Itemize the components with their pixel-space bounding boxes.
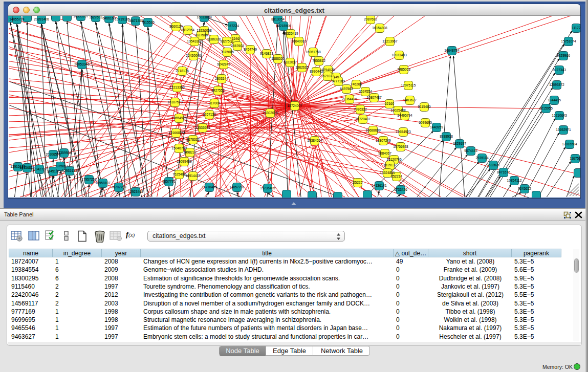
- svg-text:10688609: 10688609: [365, 128, 381, 132]
- svg-text:10756928: 10756928: [393, 145, 408, 148]
- svg-text:12923448: 12923448: [128, 190, 143, 193]
- svg-text:21364436: 21364436: [342, 97, 357, 101]
- svg-text:317006: 317006: [209, 101, 220, 105]
- svg-text:1527602: 1527602: [89, 16, 102, 19]
- svg-text:10958107: 10958107: [95, 181, 111, 185]
- svg-text:16648784: 16648784: [444, 49, 460, 52]
- svg-text:16640910: 16640910: [291, 39, 307, 43]
- svg-text:16914479: 16914479: [185, 174, 201, 178]
- svg-text:6322037: 6322037: [284, 60, 297, 64]
- svg-text:9463627: 9463627: [403, 98, 417, 102]
- svg-text:10854112: 10854112: [507, 179, 522, 182]
- svg-text:1588520: 1588520: [271, 57, 285, 60]
- svg-text:1244415: 1244415: [548, 98, 561, 102]
- svg-text:15720407: 15720407: [355, 117, 371, 121]
- svg-text:1615132: 1615132: [383, 163, 397, 167]
- svg-text:16033809: 16033809: [197, 16, 212, 19]
- svg-text:18724007: 18724007: [287, 104, 302, 107]
- svg-text:8938918: 8938918: [440, 135, 453, 138]
- svg-text:252214: 252214: [391, 174, 402, 178]
- svg-text:7632621: 7632621: [487, 163, 500, 167]
- svg-text:10807487: 10807487: [366, 96, 382, 99]
- svg-text:8471676: 8471676: [497, 170, 510, 174]
- svg-text:10553267: 10553267: [73, 16, 89, 18]
- svg-text:116753: 116753: [570, 157, 580, 160]
- svg-text:16782759: 16782759: [111, 185, 126, 189]
- svg-text:14857791: 14857791: [229, 185, 245, 189]
- svg-text:10973493: 10973493: [391, 53, 407, 57]
- svg-text:19218506: 19218506: [276, 24, 291, 28]
- svg-text:3267130: 3267130: [203, 113, 216, 116]
- svg-text:6466160: 6466160: [102, 16, 116, 20]
- svg-text:10025438: 10025438: [390, 108, 406, 112]
- svg-text:6829197: 6829197: [453, 142, 466, 145]
- svg-text:15692971: 15692971: [556, 128, 571, 132]
- svg-text:1498222: 1498222: [183, 150, 197, 154]
- svg-text:7485063: 7485063: [397, 68, 410, 71]
- svg-text:9242848: 9242848: [217, 62, 230, 66]
- svg-text:17359924: 17359924: [56, 151, 72, 155]
- svg-text:12213369: 12213369: [169, 85, 185, 89]
- svg-text:9146821: 9146821: [260, 52, 273, 55]
- svg-text:8427552: 8427552: [211, 89, 225, 92]
- svg-text:25225: 25225: [353, 181, 363, 184]
- svg-text:17016504: 17016504: [562, 142, 577, 146]
- svg-text:8186328: 8186328: [207, 37, 221, 41]
- svg-text:16107573: 16107573: [167, 100, 183, 104]
- svg-text:16120746: 16120746: [386, 158, 402, 161]
- svg-text:12935135: 12935135: [62, 169, 77, 172]
- svg-text:9327506: 9327506: [194, 33, 208, 37]
- svg-text:16154808: 16154808: [372, 26, 387, 30]
- svg-text:6099695: 6099695: [419, 121, 432, 124]
- svg-text:9084067: 9084067: [378, 151, 391, 155]
- svg-text:9329966: 9329966: [557, 54, 570, 57]
- svg-text:19166825: 19166825: [168, 131, 184, 135]
- svg-text:15736485: 15736485: [260, 186, 275, 190]
- svg-text:10543382: 10543382: [187, 39, 202, 43]
- svg-text:15751074: 15751074: [561, 39, 576, 43]
- svg-text:14495794: 14495794: [397, 114, 412, 117]
- svg-text:8660124: 8660124: [169, 25, 183, 28]
- svg-text:7357224: 7357224: [226, 24, 239, 28]
- svg-text:19654925: 19654925: [171, 116, 187, 120]
- svg-text:13524851: 13524851: [380, 171, 395, 174]
- svg-text:8813054: 8813054: [271, 17, 285, 21]
- svg-text:3875685: 3875685: [221, 50, 234, 54]
- svg-text:2087682: 2087682: [364, 17, 377, 21]
- svg-text:6794028: 6794028: [321, 68, 335, 72]
- svg-text:1546: 1546: [232, 37, 239, 40]
- svg-text:12975115: 12975115: [401, 83, 416, 87]
- svg-text:15718485: 15718485: [202, 185, 217, 189]
- svg-text:8912954: 8912954: [181, 28, 194, 32]
- svg-text:6497568: 6497568: [340, 87, 353, 91]
- svg-text:13325419: 13325419: [283, 32, 298, 35]
- svg-text:14136141: 14136141: [372, 184, 387, 187]
- svg-text:11172: 11172: [572, 26, 580, 30]
- svg-text:16961758: 16961758: [306, 50, 321, 54]
- svg-text:1440959: 1440959: [430, 125, 443, 129]
- svg-text:16099489: 16099489: [177, 160, 192, 163]
- svg-text:23302015: 23302015: [263, 111, 278, 115]
- svg-text:19654923: 19654923: [396, 130, 411, 134]
- svg-text:7625402: 7625402: [172, 172, 186, 176]
- svg-text:3624554: 3624554: [359, 90, 372, 93]
- svg-text:7515526: 7515526: [141, 20, 155, 24]
- svg-text:9115460: 9115460: [418, 105, 431, 108]
- svg-text:8678332: 8678332: [186, 138, 200, 141]
- svg-text:14055724: 14055724: [9, 17, 25, 21]
- svg-text:12213967: 12213967: [382, 39, 398, 43]
- svg-text:9777169: 9777169: [332, 79, 345, 83]
- svg-text:7955812: 7955812: [312, 59, 325, 62]
- svg-text:3215955: 3215955: [539, 106, 553, 110]
- svg-text:19975857: 19975857: [53, 164, 68, 168]
- svg-text:2935114: 2935114: [475, 156, 489, 160]
- svg-text:1145197: 1145197: [47, 169, 60, 173]
- svg-text:13226058: 13226058: [197, 29, 212, 32]
- svg-text:9474444: 9474444: [464, 149, 477, 152]
- svg-text:2867608: 2867608: [231, 44, 244, 48]
- svg-text:9227343: 9227343: [553, 68, 566, 72]
- svg-text:62160: 62160: [385, 102, 395, 105]
- svg-text:145: 145: [333, 75, 339, 79]
- svg-text:8454749: 8454749: [244, 48, 257, 51]
- svg-text:13535594: 13535594: [195, 126, 210, 129]
